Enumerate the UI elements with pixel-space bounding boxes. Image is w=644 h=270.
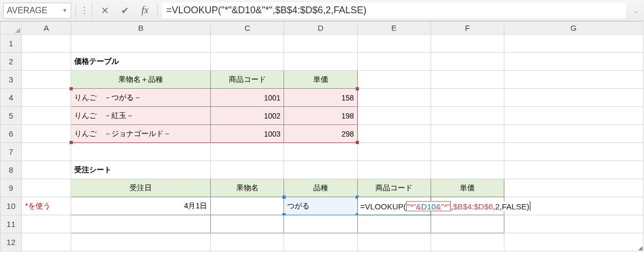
cell-E9[interactable]: 商品コード (357, 179, 431, 197)
inline-formula[interactable]: =VLOOKUP("*"&D10&"*",$B$4:$D$6,2,FALSE) (360, 201, 531, 211)
row-header-2[interactable]: 2 (1, 53, 22, 71)
col-header-F[interactable]: F (431, 22, 504, 35)
cell-C2[interactable] (211, 53, 284, 71)
cell-F2[interactable] (431, 53, 504, 71)
cell-E11[interactable] (357, 215, 431, 233)
cell-A12[interactable] (22, 233, 71, 251)
formula-bar-expand-icon[interactable]: ⌄ (630, 5, 641, 15)
cell-B7[interactable] (71, 143, 211, 161)
cell-D12[interactable] (284, 233, 357, 251)
cell-E4[interactable] (357, 89, 431, 107)
select-all-corner[interactable] (1, 22, 22, 35)
row-header-5[interactable]: 5 (1, 107, 22, 125)
row-header-1[interactable]: 1 (1, 35, 22, 53)
cell-E12[interactable] (357, 233, 431, 251)
cell-D3[interactable]: 単価 (284, 71, 357, 89)
cell-E2[interactable] (357, 53, 431, 71)
cell-A2[interactable] (22, 53, 71, 71)
cell-A8[interactable] (22, 161, 71, 179)
cell-E8[interactable] (357, 161, 431, 179)
cell-G2[interactable] (504, 53, 643, 71)
cell-G6[interactable] (504, 125, 643, 143)
cell-F6[interactable] (431, 125, 504, 143)
cell-B6[interactable]: りんご －ジョナゴールド－ (71, 125, 211, 143)
cell-F4[interactable] (431, 89, 504, 107)
cell-C8[interactable] (211, 161, 284, 179)
row-header-10[interactable]: 10 (1, 197, 22, 215)
row-header-11[interactable]: 11 (1, 215, 22, 233)
cell-G4[interactable] (504, 89, 643, 107)
cell-A10[interactable]: *を使う (22, 197, 71, 215)
cell-F8[interactable] (431, 161, 504, 179)
cell-C9[interactable]: 果物名 (211, 179, 284, 197)
cell-G11[interactable] (504, 215, 643, 233)
cell-G12[interactable] (504, 233, 643, 251)
col-header-D[interactable]: D (284, 22, 357, 35)
cell-E6[interactable] (357, 125, 431, 143)
spreadsheet-grid[interactable]: A B C D E F G 1 2 価格テーブル (0, 21, 644, 270)
cell-B3[interactable]: 果物名＋品種 (71, 71, 211, 89)
cell-D10[interactable]: つがる (284, 197, 357, 215)
cell-A9[interactable] (22, 179, 71, 197)
cell-F7[interactable] (431, 143, 504, 161)
name-box[interactable]: AVERAGE ▼ (3, 3, 71, 19)
cell-B4[interactable]: りんご －つがる－ (71, 89, 211, 107)
cell-G3[interactable] (504, 71, 643, 89)
cell-F1[interactable] (431, 35, 504, 53)
cell-B8[interactable]: 受注シート (71, 161, 211, 179)
enter-icon[interactable]: ✔ (117, 3, 133, 19)
cell-D5[interactable]: 198 (284, 107, 357, 125)
cell-F12[interactable] (431, 233, 504, 251)
row-header-3[interactable]: 3 (1, 71, 22, 89)
cell-D9[interactable]: 品種 (284, 179, 357, 197)
cell-F9[interactable]: 単価 (431, 179, 504, 197)
cell-B12[interactable] (71, 233, 211, 251)
cell-A5[interactable] (22, 107, 71, 125)
cell-B10[interactable]: 4月1日 (71, 197, 211, 215)
row-header-12[interactable]: 12 (1, 233, 22, 251)
cell-C12[interactable] (211, 233, 284, 251)
cell-D2[interactable] (284, 53, 357, 71)
cell-F5[interactable] (431, 107, 504, 125)
cell-D1[interactable] (284, 35, 357, 53)
cell-G9[interactable] (504, 179, 643, 197)
cell-F3[interactable] (431, 71, 504, 89)
formula-input[interactable]: =VLOOKUP("*"&D10&"*",$B$4:$D$6,2,FALSE) (162, 3, 626, 19)
cell-G8[interactable] (504, 161, 643, 179)
chevron-down-icon[interactable]: ▼ (62, 7, 67, 13)
cell-C7[interactable] (211, 143, 284, 161)
cell-C10[interactable] (211, 197, 284, 215)
cell-F11[interactable] (431, 215, 504, 233)
col-header-G[interactable]: G (504, 22, 643, 35)
cell-B9[interactable]: 受注日 (71, 179, 211, 197)
cell-D6[interactable]: 298 (284, 125, 357, 143)
row-header-6[interactable]: 6 (1, 125, 22, 143)
cell-C11[interactable] (211, 215, 284, 233)
cell-E5[interactable] (357, 107, 431, 125)
cell-G1[interactable] (504, 35, 643, 53)
col-header-A[interactable]: A (22, 22, 71, 35)
col-header-E[interactable]: E (357, 22, 431, 35)
cell-C5[interactable]: 1002 (211, 107, 284, 125)
cell-B5[interactable]: りんご －紅玉－ (71, 107, 211, 125)
cell-A4[interactable] (22, 89, 71, 107)
cell-C4[interactable]: 1001 (211, 89, 284, 107)
cell-B2[interactable]: 価格テーブル (71, 53, 211, 71)
fx-icon[interactable]: fx (137, 3, 153, 19)
cell-A7[interactable] (22, 143, 71, 161)
row-header-8[interactable]: 8 (1, 161, 22, 179)
cell-B11[interactable] (71, 215, 211, 233)
row-header-4[interactable]: 4 (1, 89, 22, 107)
col-header-B[interactable]: B (71, 22, 211, 35)
col-header-C[interactable]: C (211, 22, 284, 35)
cell-G5[interactable] (504, 107, 643, 125)
row-header-9[interactable]: 9 (1, 179, 22, 197)
cell-E7[interactable] (357, 143, 431, 161)
cell-C1[interactable] (211, 35, 284, 53)
cell-E10[interactable]: =VLOOKUP("*"&D10&"*",$B$4:$D$6,2,FALSE) (357, 197, 431, 215)
cell-G7[interactable] (504, 143, 643, 161)
cell-A6[interactable] (22, 125, 71, 143)
cell-A3[interactable] (22, 71, 71, 89)
cell-C3[interactable]: 商品コード (211, 71, 284, 89)
cancel-icon[interactable]: ✕ (97, 3, 113, 19)
